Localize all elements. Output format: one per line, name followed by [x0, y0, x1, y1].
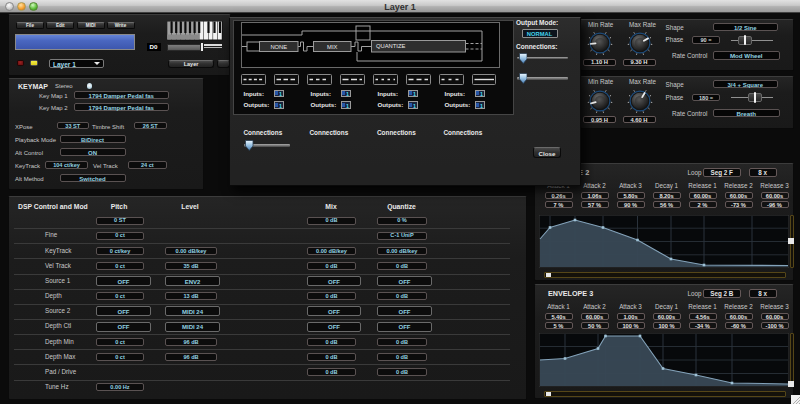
svg-text:NONE: NONE [270, 44, 287, 50]
svg-text:QUANTIZE: QUANTIZE [376, 43, 405, 49]
svg-text:MIX: MIX [327, 44, 337, 50]
